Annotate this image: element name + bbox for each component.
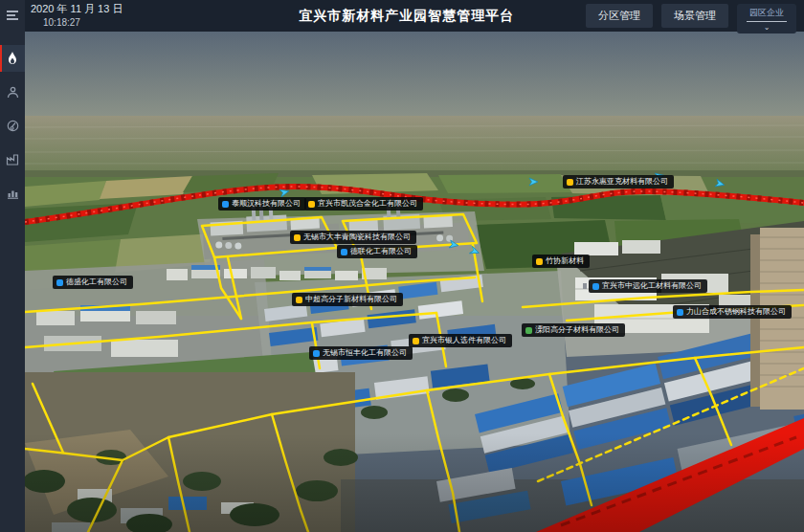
company-icon	[413, 338, 419, 344]
company-marker-label: 中超高分子新材料有限公司	[305, 296, 397, 303]
time-text: 10:18:27	[43, 16, 123, 29]
vignette	[25, 433, 804, 532]
company-marker[interactable]: 竹协新材料	[532, 255, 590, 268]
company-marker-label: 宜兴市中远化工材料有限公司	[602, 282, 702, 290]
company-icon	[341, 249, 347, 255]
sidebar-item-statistics[interactable]	[0, 179, 25, 206]
sidebar-item-enterprise[interactable]	[0, 145, 25, 172]
company-marker-label: 德联化工有限公司	[350, 248, 412, 255]
sidebar-item-fire-monitor[interactable]	[0, 45, 25, 72]
company-marker[interactable]: 中超高分子新材料有限公司	[292, 293, 403, 306]
far-terrain	[25, 116, 804, 177]
company-marker[interactable]: 德盛化工有限公司	[53, 276, 133, 289]
chevron-down-icon: ⌄	[764, 24, 770, 32]
header-actions: 分区管理 场景管理 园区企业 ⌄	[586, 4, 796, 33]
company-marker[interactable]: 无锡市大丰青陶瓷科技有限公司	[290, 231, 416, 244]
company-icon	[525, 327, 532, 334]
bar-chart-icon	[7, 187, 19, 199]
date-text: 2020 年 11 月 13 日	[31, 3, 123, 14]
company-icon	[222, 201, 229, 208]
company-marker-label: 江苏永惠亚克材料有限公司	[576, 178, 668, 186]
hamburger-menu-button[interactable]	[0, 2, 25, 29]
factory-icon	[6, 153, 19, 166]
highrise-building	[750, 228, 804, 410]
person-icon	[7, 86, 19, 99]
company-marker-label: 无锡市恒丰化工有限公司	[323, 349, 407, 357]
company-marker-label: 宜兴市银人选件有限公司	[422, 337, 506, 344]
company-marker[interactable]: 宜兴市中远化工材料有限公司	[589, 279, 707, 293]
hamburger-icon	[6, 10, 19, 21]
sky	[25, 32, 804, 120]
company-icon	[313, 350, 320, 357]
company-marker[interactable]: 无锡市恒丰化工有限公司	[309, 346, 413, 360]
datetime-display: 2020 年 11 月 13 日 10:18:27	[31, 3, 123, 29]
sidebar-item-personnel[interactable]	[0, 78, 25, 105]
company-icon	[56, 279, 63, 286]
company-marker-label: 竹协新材料	[546, 257, 584, 265]
map-viewport[interactable]: 泰顺汉科技有限公司 宜兴市凯茂合金化工有限公司 无锡市大丰青陶瓷科技有限公司 德…	[25, 32, 804, 532]
zone-management-button[interactable]: 分区管理	[586, 4, 653, 28]
flame-icon	[7, 52, 18, 65]
company-marker-label: 力山合成不锈钢科技有限公司	[686, 308, 786, 316]
company-marker-label: 无锡市大丰青陶瓷科技有限公司	[303, 233, 411, 241]
header-bar: 2020 年 11 月 13 日 10:18:27 宜兴市新材料产业园智慧管理平…	[25, 0, 804, 32]
gauge-icon	[7, 120, 19, 132]
company-icon	[294, 234, 301, 241]
company-icon	[308, 201, 315, 208]
company-marker-label: 溧阳高分子材料有限公司	[535, 326, 619, 334]
company-icon	[567, 179, 573, 186]
company-marker[interactable]: 宜兴市凯茂合金化工有限公司	[304, 197, 423, 211]
park-enterprise-dropdown[interactable]: 园区企业 ⌄	[737, 4, 796, 33]
left-toolbar	[0, 0, 25, 532]
company-icon	[592, 283, 599, 290]
company-marker-label: 德盛化工有限公司	[66, 278, 127, 286]
page-title: 宜兴市新材料产业园智慧管理平台	[299, 8, 514, 25]
sidebar-item-monitor[interactable]	[0, 112, 25, 139]
company-marker-label: 泰顺汉科技有限公司	[232, 200, 301, 208]
company-icon	[677, 309, 683, 316]
company-marker[interactable]: 溧阳高分子材料有限公司	[522, 323, 625, 337]
company-marker[interactable]: 宜兴市银人选件有限公司	[409, 334, 512, 347]
park-enterprise-dropdown-label: 园区企业	[747, 7, 787, 22]
app-window: 2020 年 11 月 13 日 10:18:27 宜兴市新材料产业园智慧管理平…	[0, 0, 804, 532]
company-marker[interactable]: 泰顺汉科技有限公司	[218, 197, 306, 211]
company-marker[interactable]: 江苏永惠亚克材料有限公司	[563, 175, 674, 188]
mid-right-white-row	[574, 240, 660, 255]
scene-management-button[interactable]: 场景管理	[661, 4, 728, 28]
company-icon	[296, 297, 302, 303]
company-marker-label: 宜兴市凯茂合金化工有限公司	[318, 200, 417, 208]
company-marker[interactable]: 德联化工有限公司	[337, 245, 417, 258]
company-icon	[536, 258, 543, 265]
company-marker[interactable]: 力山合成不锈钢科技有限公司	[673, 305, 792, 319]
